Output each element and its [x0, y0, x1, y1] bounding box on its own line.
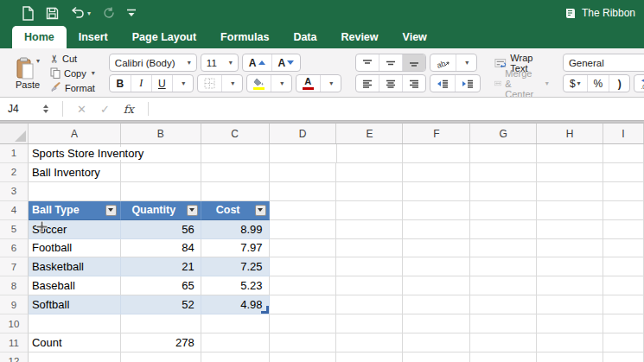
borders-dropdown-button[interactable]: ▾ — [221, 75, 242, 92]
tab-formulas[interactable]: Formulas — [208, 26, 281, 48]
filter-dropdown-icon[interactable] — [187, 205, 198, 216]
cell-B11[interactable]: 278 — [121, 333, 201, 352]
cell-I7[interactable] — [603, 257, 644, 276]
increase-font-size-button[interactable]: A — [243, 54, 271, 71]
cell-D3[interactable] — [270, 182, 337, 201]
cell-D4[interactable] — [270, 201, 337, 220]
column-header-B[interactable]: B — [121, 124, 201, 143]
bold-button[interactable]: B — [110, 75, 131, 92]
tab-data[interactable]: Data — [281, 26, 328, 48]
orientation-dropdown-button[interactable]: ▾ — [456, 54, 476, 71]
cell-B8[interactable]: 65 — [121, 276, 201, 295]
cell-F2[interactable] — [403, 163, 470, 182]
column-header-G[interactable]: G — [470, 124, 537, 143]
cell-B7[interactable]: 21 — [121, 257, 201, 276]
enter-icon[interactable]: ✓ — [93, 103, 117, 116]
font-size-select[interactable]: 11 ▾ — [201, 54, 239, 72]
cell-G7[interactable] — [470, 257, 537, 276]
middle-align-button[interactable] — [379, 54, 402, 71]
cell-G5[interactable] — [470, 220, 537, 239]
cell-B4[interactable]: Quantity — [121, 201, 201, 220]
new-file-icon[interactable] — [22, 6, 35, 21]
tab-home[interactable]: Home — [12, 26, 67, 48]
cell-G9[interactable] — [470, 295, 537, 314]
filter-dropdown-icon[interactable] — [255, 205, 266, 216]
cell-C12[interactable] — [201, 352, 270, 362]
cell-A7[interactable]: Basketball — [29, 257, 121, 276]
cell-A3[interactable] — [29, 182, 121, 201]
cell-B2[interactable] — [121, 163, 201, 182]
row-header-9[interactable]: 9 — [0, 295, 29, 314]
align-left-button[interactable] — [356, 75, 379, 92]
increase-indent-button[interactable] — [455, 75, 480, 92]
comma-format-button[interactable]: ) — [609, 75, 629, 92]
cell-F1[interactable] — [403, 144, 470, 163]
cell-F7[interactable] — [403, 257, 470, 276]
cell-B9[interactable]: 52 — [121, 295, 201, 314]
cell-E3[interactable] — [336, 182, 403, 201]
underline-button[interactable]: U — [151, 75, 172, 92]
name-box[interactable]: J4 — [0, 103, 43, 115]
cell-G11[interactable] — [470, 333, 537, 352]
italic-button[interactable]: I — [131, 75, 151, 92]
cell-A6[interactable]: Football — [29, 239, 121, 258]
row-header-12[interactable]: 12 — [0, 352, 29, 362]
tab-view[interactable]: View — [391, 26, 439, 48]
cell-G12[interactable] — [470, 352, 537, 362]
cell-D8[interactable] — [270, 276, 337, 295]
cell-I2[interactable] — [603, 163, 644, 182]
column-header-F[interactable]: F — [403, 124, 470, 143]
cell-F11[interactable] — [403, 333, 470, 352]
cell-I6[interactable] — [603, 239, 644, 258]
cell-B6[interactable]: 84 — [121, 239, 201, 258]
cell-E5[interactable] — [336, 220, 403, 239]
cell-C4[interactable]: Cost — [201, 201, 270, 220]
cell-D11[interactable] — [270, 333, 337, 352]
row-header-7[interactable]: 7 — [0, 257, 29, 276]
decrease-indent-button[interactable] — [430, 75, 455, 92]
cell-I8[interactable] — [603, 276, 644, 295]
cell-A9[interactable]: Softball — [29, 295, 121, 314]
cell-A4[interactable]: Ball Type — [29, 201, 121, 220]
cell-D6[interactable] — [270, 239, 337, 258]
column-header-D[interactable]: D — [270, 124, 337, 143]
cell-G3[interactable] — [470, 182, 537, 201]
number-format-select[interactable]: General ▾ — [563, 54, 644, 72]
row-header-4[interactable]: 4 — [0, 201, 29, 220]
row-header-2[interactable]: 2 — [0, 163, 29, 182]
cell-C1[interactable] — [201, 144, 270, 163]
cell-A11[interactable]: Count — [29, 333, 121, 352]
row-header-11[interactable]: 11 — [0, 333, 29, 352]
align-center-button[interactable] — [379, 75, 402, 92]
row-header-1[interactable]: 1 — [0, 144, 29, 163]
cell-F12[interactable] — [403, 352, 470, 362]
cell-E2[interactable] — [336, 163, 403, 182]
cancel-icon[interactable]: ✕ — [70, 103, 93, 116]
cell-B5[interactable]: 56 — [121, 220, 201, 239]
insert-function-icon[interactable]: fx — [117, 103, 141, 116]
tab-review[interactable]: Review — [328, 26, 390, 48]
cell-D2[interactable] — [270, 163, 337, 182]
cell-H9[interactable] — [537, 295, 603, 314]
format-painter-button[interactable]: Format — [50, 81, 95, 95]
cell-G4[interactable] — [470, 201, 537, 220]
font-color-button[interactable]: A — [296, 75, 320, 92]
cell-C11[interactable] — [201, 333, 270, 352]
column-header-C[interactable]: C — [201, 124, 270, 143]
cell-I11[interactable] — [603, 333, 644, 352]
cell-A1[interactable]: Sports Store Inventory — [29, 144, 121, 163]
row-header-3[interactable]: 3 — [0, 182, 29, 201]
row-header-10[interactable]: 10 — [0, 314, 29, 333]
row-header-6[interactable]: 6 — [0, 239, 29, 258]
font-family-select[interactable]: Calibri (Body) ▾ — [109, 54, 197, 72]
tab-page-layout[interactable]: Page Layout — [120, 26, 208, 48]
column-header-A[interactable]: A — [29, 124, 121, 143]
cell-C7[interactable]: 7.25 — [201, 257, 270, 276]
cell-H5[interactable] — [537, 220, 603, 239]
cell-G6[interactable] — [470, 239, 537, 258]
cell-C3[interactable] — [201, 182, 270, 201]
cell-F6[interactable] — [403, 239, 470, 258]
cell-H1[interactable] — [537, 144, 603, 163]
column-header-H[interactable]: H — [537, 124, 603, 143]
percent-format-button[interactable]: % — [587, 75, 609, 92]
